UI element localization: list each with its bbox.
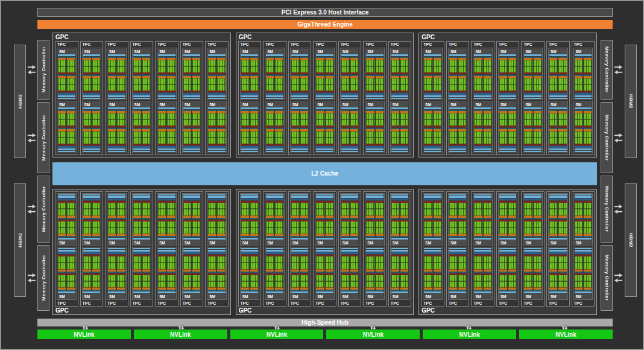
l0-cache-bar bbox=[208, 290, 216, 291]
core-array bbox=[67, 60, 75, 72]
core-array bbox=[217, 203, 225, 215]
core-array bbox=[83, 132, 91, 144]
processing-block bbox=[67, 128, 75, 145]
processing-block-row bbox=[391, 57, 409, 74]
ldst-sfu-bar bbox=[158, 72, 166, 74]
shared-memory-bar bbox=[183, 146, 201, 148]
processing-block-row bbox=[424, 57, 441, 74]
l1-data-cache-bar bbox=[241, 196, 259, 198]
processing-block bbox=[376, 255, 384, 273]
core-array bbox=[584, 256, 592, 269]
l1-data-cache-bar bbox=[474, 95, 491, 97]
core-array bbox=[133, 203, 141, 215]
processing-block-row bbox=[316, 75, 333, 92]
sm-block: SM bbox=[132, 48, 152, 100]
processing-block bbox=[549, 57, 557, 74]
ldst-sfu-bar bbox=[341, 91, 349, 92]
core-array bbox=[558, 78, 566, 91]
processing-block bbox=[584, 273, 592, 291]
core-array bbox=[484, 113, 491, 126]
sm-block: SM bbox=[207, 48, 227, 100]
l0-cache-bar bbox=[449, 290, 457, 291]
shared-memory-bar bbox=[524, 252, 541, 254]
tex-bar bbox=[524, 98, 541, 99]
core-array bbox=[424, 132, 432, 144]
sm-label: SM bbox=[341, 240, 359, 245]
l0-cache-bar bbox=[241, 236, 249, 237]
l0-cache-bar bbox=[241, 218, 249, 219]
l1-data-cache-bar bbox=[499, 95, 517, 97]
core-array bbox=[167, 132, 175, 144]
l0-cache-bar bbox=[341, 272, 349, 273]
processing-block-row bbox=[499, 110, 517, 127]
processing-block bbox=[424, 57, 432, 74]
core-array bbox=[108, 256, 116, 269]
ldst-sfu-bar bbox=[300, 72, 308, 74]
core-array bbox=[142, 256, 150, 269]
processing-block bbox=[400, 110, 408, 127]
shared-memory-bar bbox=[183, 252, 201, 254]
sm-block: SM bbox=[390, 48, 410, 100]
l1-instruction-cache-bar bbox=[424, 238, 441, 240]
core-array bbox=[300, 132, 308, 144]
memory-controller-bar: Memory Controller bbox=[601, 102, 613, 173]
processing-block-row bbox=[391, 110, 409, 127]
processing-block bbox=[92, 273, 100, 291]
core-array bbox=[434, 275, 441, 288]
core-array bbox=[291, 78, 299, 91]
tpc-label: TPC bbox=[82, 42, 102, 47]
core-array bbox=[391, 256, 399, 269]
sm-block: SM bbox=[423, 48, 443, 100]
core-array bbox=[133, 256, 141, 269]
l0-cache-bar bbox=[534, 218, 541, 219]
tex-bar bbox=[499, 151, 517, 152]
processing-block-row bbox=[183, 75, 201, 92]
l0-cache-bar bbox=[391, 236, 399, 237]
sm-block: SM bbox=[448, 193, 468, 246]
core-array bbox=[241, 78, 249, 91]
processing-block bbox=[558, 255, 566, 273]
ldst-sfu-bar bbox=[499, 144, 507, 145]
tex-bar bbox=[241, 151, 259, 152]
core-array bbox=[484, 132, 491, 144]
ldst-sfu-bar bbox=[376, 91, 384, 92]
processing-block-row bbox=[549, 75, 567, 92]
ldst-sfu-bar bbox=[67, 144, 75, 145]
processing-block-row bbox=[575, 128, 592, 145]
ldst-sfu-bar bbox=[449, 91, 457, 92]
ldst-sfu-bar bbox=[300, 144, 308, 145]
core-array bbox=[192, 275, 200, 288]
processing-block bbox=[400, 255, 408, 273]
l1-data-cache-bar bbox=[575, 250, 592, 252]
processing-block-row bbox=[208, 57, 226, 74]
l0-cache-bar bbox=[549, 290, 557, 291]
core-array bbox=[108, 60, 116, 72]
ldst-sfu-bar bbox=[424, 126, 432, 127]
core-array bbox=[524, 275, 532, 288]
l0-cache-bar bbox=[366, 290, 374, 291]
tpc-label: TPC bbox=[498, 42, 518, 47]
shared-memory-bar bbox=[133, 93, 151, 95]
shared-memory-bar bbox=[499, 146, 517, 148]
l1-data-cache-bar bbox=[316, 250, 333, 252]
processing-block-row bbox=[366, 255, 384, 273]
sm-label: SM bbox=[474, 49, 491, 54]
ldst-sfu-bar bbox=[558, 72, 566, 74]
processing-block bbox=[326, 255, 333, 273]
processing-block-row bbox=[158, 220, 175, 238]
processing-block-row bbox=[58, 220, 75, 238]
gpc-label: GPC bbox=[236, 33, 414, 41]
l1-instruction-cache-bar bbox=[108, 107, 125, 109]
ldst-sfu-bar bbox=[508, 126, 516, 127]
processing-block bbox=[142, 201, 150, 219]
tpc-label: TPC bbox=[240, 42, 260, 47]
gpc-label: GPC bbox=[53, 307, 230, 314]
processing-block bbox=[117, 220, 125, 238]
l0-cache-bar bbox=[217, 236, 225, 237]
ldst-sfu-bar bbox=[266, 144, 274, 145]
tex-bar bbox=[133, 151, 151, 152]
l0-cache-bar bbox=[167, 290, 175, 291]
ldst-sfu-bar bbox=[217, 91, 225, 92]
processing-block bbox=[83, 255, 91, 273]
processing-block bbox=[534, 220, 541, 238]
